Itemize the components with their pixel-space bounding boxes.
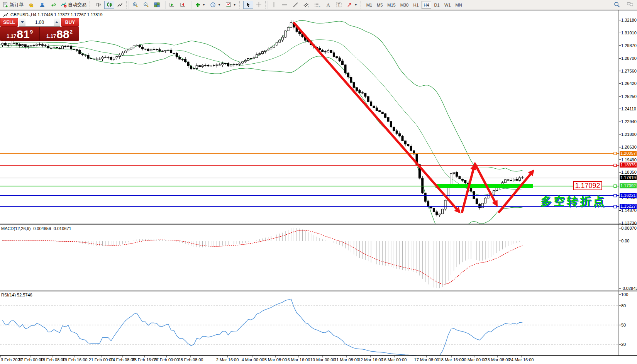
symbol-ohlc-text: GBPUSD-,H4 1.17445 1.17877 1.17267 1.178…: [10, 12, 103, 17]
rsi-tick: 20: [621, 342, 626, 347]
volume-increase-button[interactable]: [54, 18, 60, 26]
price-tick: 1.27560: [621, 69, 637, 73]
mql5-community-icon: [39, 2, 45, 8]
timeframe-h1-button[interactable]: H1: [411, 1, 421, 9]
buy-button[interactable]: BUY: [61, 18, 79, 27]
line-chart-button[interactable]: [115, 1, 125, 9]
chart-shift-button[interactable]: [178, 1, 188, 9]
sell-price-big: 81: [17, 29, 29, 40]
timeframe-m5-button[interactable]: M5: [375, 1, 385, 9]
text-label-icon: T: [336, 2, 342, 8]
arrows-icon: [347, 2, 353, 8]
text-label-button[interactable]: T: [334, 1, 344, 9]
date-label: 16 Mar 00:00: [382, 357, 407, 362]
date-label: 20 Mar 00:00: [462, 357, 487, 362]
svg-text:F: F: [319, 5, 320, 8]
toolbar-separator: [265, 1, 268, 9]
vertical-line-icon: [271, 2, 277, 8]
trend-line-button[interactable]: [291, 1, 301, 9]
timeframe-m15-button[interactable]: M15: [385, 1, 397, 9]
price-badge: 1.18976: [620, 163, 637, 168]
toolbar-frame: [0, 10, 637, 10]
price-tick: 1.19490: [621, 157, 637, 162]
text-button[interactable]: A: [323, 1, 333, 9]
date-label: 18 Feb 08:00: [41, 357, 66, 362]
candlestick-chart-button[interactable]: [104, 1, 114, 9]
sell-button[interactable]: SELL: [0, 18, 18, 27]
timeframe-w1-button[interactable]: W1: [442, 1, 453, 9]
timeframe-m1-button[interactable]: M1: [364, 1, 374, 9]
price-callout-box: 1.17092: [573, 181, 602, 190]
date-label: 2 Mar 16:00: [216, 357, 239, 362]
price-badge: 1.15227: [620, 204, 637, 209]
periods-button[interactable]: ▼: [208, 1, 223, 9]
buy-price[interactable]: 1.17 88 2: [40, 27, 79, 41]
chat-button[interactable]: [625, 0, 635, 8]
line-chart-icon: [117, 2, 123, 8]
macd-label: MACD(12,26,9) -0.004859 -0.010671: [1, 226, 71, 231]
toolbar-separator: [126, 1, 129, 9]
volume-decrease-button[interactable]: [19, 18, 25, 26]
svg-text:T: T: [337, 3, 340, 7]
price-badge: 1.16221: [620, 193, 637, 198]
deposit-button[interactable]: [26, 1, 36, 9]
community-button[interactable]: [37, 1, 47, 9]
fibonacci-icon: F: [314, 2, 320, 8]
timeframe-m30-button[interactable]: M30: [398, 1, 410, 9]
arrows-button[interactable]: ▼: [345, 1, 359, 9]
zoom-in-button[interactable]: [130, 1, 140, 9]
trend-line-icon: [293, 2, 299, 8]
signals-button[interactable]: [48, 1, 58, 9]
templates-button[interactable]: ▼: [224, 1, 238, 9]
autotrading-button[interactable]: 自动交易: [59, 1, 88, 9]
rsi-panel: [0, 299, 619, 357]
bar-chart-button[interactable]: [93, 1, 103, 9]
horizontal-line-button[interactable]: [280, 1, 290, 9]
sell-price-prefix: 1.17: [7, 33, 16, 39]
periods-icon: [210, 2, 216, 8]
rsi-tick: 50: [621, 323, 626, 327]
chart-area[interactable]: [0, 0, 637, 364]
new-order-button[interactable]: 新订单: [0, 1, 25, 9]
indicators-button[interactable]: ▼: [193, 1, 207, 9]
search-icon: [614, 2, 620, 8]
cursor-button[interactable]: [243, 1, 253, 9]
date-label: 27 Feb 00:00: [154, 357, 179, 362]
timeframe-mn-button[interactable]: MN: [454, 1, 464, 9]
chart-window-icon: [2, 12, 8, 18]
price-tick: 1.26420: [621, 81, 637, 86]
sell-price[interactable]: 1.17 81 9: [0, 27, 39, 41]
zoom-out-button[interactable]: [141, 1, 151, 9]
volume-input[interactable]: [25, 18, 54, 26]
buy-price-sup: 2: [70, 29, 73, 35]
auto-scroll-button[interactable]: [167, 1, 177, 9]
buy-price-prefix: 1.17: [46, 33, 56, 39]
date-label: 17 Mar 08:00: [414, 357, 439, 362]
macd-tick: 0.00: [621, 239, 629, 243]
price-badge: 1.17092: [620, 183, 637, 188]
chart-shift-icon: [180, 2, 186, 8]
timeframe-d1-button[interactable]: D1: [432, 1, 442, 9]
chevron-down-icon: ▼: [218, 3, 221, 7]
rsi-tick: 80: [621, 303, 626, 308]
date-label: 6 Mar 16:00: [288, 357, 310, 362]
date-label: 17 Feb 00:00: [19, 357, 44, 362]
text-icon: A: [325, 2, 331, 8]
price-tick: 1.31010: [621, 30, 637, 35]
equidistant-channel-button[interactable]: E: [302, 1, 312, 9]
timeframe-h4-button[interactable]: H4: [422, 1, 431, 9]
rsi-label: RSI(14) 52.5746: [1, 293, 32, 297]
cursor-icon: [245, 2, 251, 8]
crosshair-button[interactable]: [254, 1, 264, 9]
svg-text:A: A: [327, 2, 330, 8]
bar-chart-icon: [95, 2, 102, 8]
price-tick: 1.25250: [621, 94, 637, 99]
chart-header: GBPUSD-,H4 1.17445 1.17877 1.17267 1.178…: [2, 12, 103, 18]
price-tick: 1.13730: [621, 221, 637, 225]
vertical-line-button[interactable]: [269, 1, 279, 9]
search-button[interactable]: [612, 0, 622, 8]
fibonacci-button[interactable]: F: [312, 1, 322, 9]
tile-windows-button[interactable]: [152, 1, 162, 9]
date-label: 19 Feb 16:00: [63, 357, 88, 362]
date-label: 25 Feb 16:00: [132, 357, 157, 362]
